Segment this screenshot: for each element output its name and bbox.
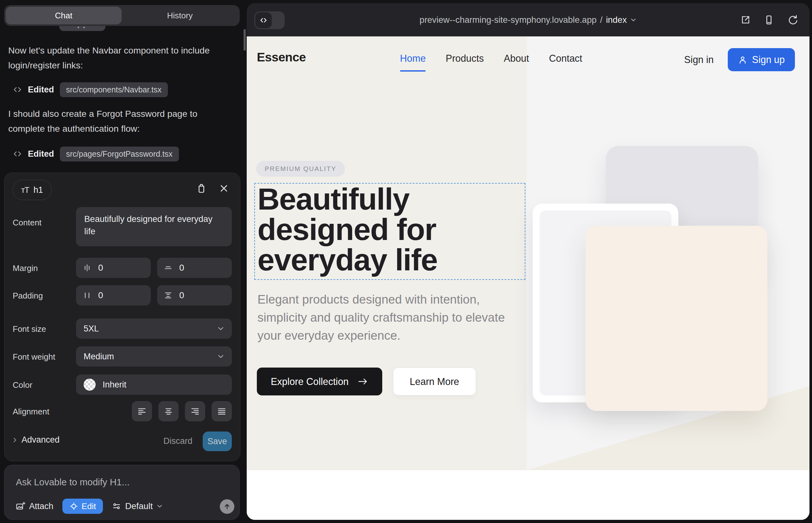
sign-in-link[interactable]: Sign in xyxy=(684,54,713,65)
section-below-hero xyxy=(247,470,810,520)
attach-image-icon xyxy=(15,501,25,511)
site-viewport: Essence Home Products About Contact Sign… xyxy=(247,36,810,520)
content-textarea[interactable]: Beautifully designed for everyday life xyxy=(76,207,232,246)
hero-cta-row: Explore Collection Learn More xyxy=(257,367,476,395)
align-left-button[interactable] xyxy=(132,401,152,421)
mode-label: Default xyxy=(125,501,153,511)
tab-chat[interactable]: Chat xyxy=(6,7,122,24)
explore-collection-button[interactable]: Explore Collection xyxy=(257,367,382,395)
nav-link-about[interactable]: About xyxy=(504,53,529,64)
code-icon xyxy=(13,85,22,94)
send-button[interactable] xyxy=(220,499,234,514)
attach-label: Attach xyxy=(29,502,54,511)
composer-toolbar: Attach Edit Default xyxy=(15,499,163,514)
selected-element-pill[interactable]: тT h1 xyxy=(13,180,52,200)
attach-button[interactable]: Attach xyxy=(15,501,54,511)
target-icon xyxy=(69,502,78,511)
model-selector[interactable]: Default xyxy=(112,501,163,511)
edited-file-row: Edited src/pages/ForgotPassword.tsx xyxy=(13,146,179,162)
auth-actions: Sign in Sign up xyxy=(684,48,795,71)
code-icon xyxy=(13,149,22,159)
hero-heading[interactable]: Beautifully designed for everyday life xyxy=(258,184,437,275)
premium-quality-badge: PREMIUM QUALITY xyxy=(256,161,345,177)
decor-card-cream xyxy=(586,226,767,411)
element-editor-panel: тT h1 Content Beautifully designed for e… xyxy=(4,173,240,461)
margin-vertical-icon xyxy=(163,263,173,273)
cta-primary-label: Explore Collection xyxy=(271,376,349,387)
refresh-icon[interactable] xyxy=(787,14,798,26)
assistant-message: I should also create a Forgot Password p… xyxy=(8,106,230,136)
file-chip[interactable]: src/components/Navbar.tsx xyxy=(60,82,168,97)
edited-label: Edited xyxy=(28,85,54,95)
font-weight-label: Font weight xyxy=(13,352,55,362)
align-justify-button[interactable] xyxy=(212,401,232,421)
font-size-label: Font size xyxy=(13,324,46,334)
advanced-toggle[interactable]: Advanced xyxy=(13,435,59,445)
align-right-button[interactable] xyxy=(185,401,205,421)
nav-link-products[interactable]: Products xyxy=(446,53,483,64)
arrow-right-icon xyxy=(357,377,368,385)
sliders-icon xyxy=(112,502,121,511)
preview-toolbar: preview--charming-site-symphony.lovable.… xyxy=(247,3,810,36)
align-center-button[interactable] xyxy=(158,401,179,421)
chip-dot xyxy=(77,26,79,28)
save-button[interactable]: Save xyxy=(203,432,232,451)
padding-vertical-icon xyxy=(163,291,173,300)
margin-x-input[interactable]: 0 xyxy=(76,258,151,278)
chat-history-tabbar: Chat History xyxy=(4,5,240,26)
edit-mode-button[interactable]: Edit xyxy=(63,499,103,514)
site-nav: Home Products About Contact xyxy=(400,53,582,64)
padding-y-value: 0 xyxy=(179,290,184,301)
edited-label: Edited xyxy=(28,149,54,159)
chevron-down-icon xyxy=(630,18,637,22)
assistant-message: Now let's update the Navbar component to… xyxy=(8,43,211,73)
hero-heading-line: designed for xyxy=(258,214,437,245)
font-size-value: 5XL xyxy=(84,324,99,334)
close-icon[interactable] xyxy=(219,184,229,193)
margin-horizontal-icon xyxy=(82,263,92,273)
nav-link-home[interactable]: Home xyxy=(400,53,426,64)
nav-link-contact[interactable]: Contact xyxy=(549,53,582,64)
transparent-swatch-icon xyxy=(84,379,96,391)
url-host: preview--charming-site-symphony.lovable.… xyxy=(420,15,597,25)
preview-window: preview--charming-site-symphony.lovable.… xyxy=(247,3,810,520)
padding-x-value: 0 xyxy=(98,290,103,301)
padding-y-input[interactable]: 0 xyxy=(157,285,232,306)
margin-label: Margin xyxy=(13,264,38,273)
hero-description: Elegant products designed with intention… xyxy=(258,290,514,344)
user-icon xyxy=(738,55,747,65)
padding-horizontal-icon xyxy=(82,291,92,300)
open-external-icon[interactable] xyxy=(740,14,751,26)
composer-input[interactable] xyxy=(15,474,226,490)
hero-heading-line: everyday life xyxy=(258,245,437,275)
margin-x-value: 0 xyxy=(98,263,103,273)
learn-more-button[interactable]: Learn More xyxy=(393,367,476,395)
discard-button[interactable]: Discard xyxy=(163,436,192,446)
file-chip[interactable]: src/pages/ForgotPassword.tsx xyxy=(60,147,179,161)
hero-heading-line: Beautifully xyxy=(258,184,437,214)
margin-y-value: 0 xyxy=(179,263,184,273)
chevron-right-icon xyxy=(13,437,17,443)
url-bar[interactable]: preview--charming-site-symphony.lovable.… xyxy=(247,3,810,36)
preview-actions xyxy=(740,3,798,36)
tab-history[interactable]: History xyxy=(122,7,238,24)
margin-y-input[interactable]: 0 xyxy=(157,258,232,278)
padding-x-input[interactable]: 0 xyxy=(76,285,151,306)
url-divider: / xyxy=(600,15,603,25)
font-size-select[interactable]: 5XL xyxy=(76,319,232,339)
chat-composer: Attach Edit Default xyxy=(4,465,240,520)
font-weight-select[interactable]: Medium xyxy=(76,346,232,366)
site-brand[interactable]: Essence xyxy=(257,50,306,64)
sign-up-button[interactable]: Sign up xyxy=(728,48,795,71)
edit-label: Edit xyxy=(82,502,96,511)
mobile-view-icon[interactable] xyxy=(763,14,775,26)
padding-label: Padding xyxy=(13,291,43,301)
color-label: Color xyxy=(13,380,32,390)
chevron-down-icon xyxy=(156,504,163,508)
chat-scrollbar[interactable] xyxy=(244,29,246,51)
delete-element-button[interactable] xyxy=(196,182,207,194)
font-weight-value: Medium xyxy=(84,352,114,362)
alignment-label: Alignment xyxy=(13,407,49,417)
edited-file-row: Edited src/components/Navbar.tsx xyxy=(13,82,168,97)
color-select[interactable]: Inherit xyxy=(76,375,232,395)
